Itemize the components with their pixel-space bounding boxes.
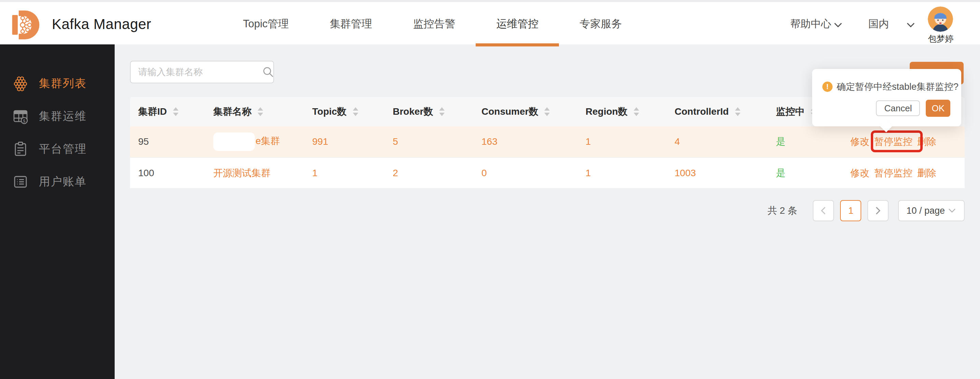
tab-expert-service[interactable]: 专家服务 bbox=[559, 2, 642, 46]
page-number-button[interactable]: 1 bbox=[840, 200, 861, 221]
edit-link[interactable]: 修改 bbox=[850, 167, 869, 180]
help-center-label: 帮助中心 bbox=[790, 18, 831, 29]
chevron-down-icon bbox=[834, 22, 842, 27]
pagination: 共 2 条 1 10 / page bbox=[767, 200, 965, 221]
pause-monitoring-link[interactable]: 暂停监控 bbox=[874, 136, 912, 147]
sidebar-item-cluster-ops[interactable]: $ 集群运维 bbox=[0, 100, 115, 132]
cluster-name-link[interactable]: 开源测试集群 bbox=[213, 168, 270, 178]
cell-cluster-name: e集群 bbox=[205, 126, 304, 158]
edit-link[interactable]: 修改 bbox=[850, 135, 869, 148]
total-count: 共 2 条 bbox=[767, 204, 797, 217]
cluster-name-link[interactable]: e集群 bbox=[256, 135, 280, 146]
col-header-brokers: Broker数 bbox=[393, 105, 433, 118]
table-row: 100 开源测试集群 1 2 0 1 1003 是 修改 暂停监控 删除 bbox=[130, 158, 965, 188]
tab-topic-manage[interactable]: Topic管理 bbox=[223, 2, 309, 46]
redaction-blob bbox=[213, 132, 255, 151]
table-coin-icon: $ bbox=[12, 108, 29, 124]
topics-count-link[interactable]: 991 bbox=[312, 136, 328, 147]
top-header: Kafka Manager Topic管理 集群管理 监控告警 运维管控 专家服… bbox=[0, 0, 980, 45]
sidebar-item-platform-manage[interactable]: 平台管理 bbox=[0, 132, 115, 165]
cell-operations: 修改 暂停监控 删除 bbox=[833, 126, 965, 158]
top-navigation: Topic管理 集群管理 监控告警 运维管控 专家服务 bbox=[223, 2, 642, 46]
main-content: 集群ID 集群名称 Topic数 Broker数 Consumer数 Regio… bbox=[115, 45, 980, 379]
sidebar-item-cluster-list[interactable]: 集群列表 bbox=[0, 67, 115, 100]
pause-monitoring-link[interactable]: 暂停监控 bbox=[874, 167, 912, 180]
col-header-monitoring: 监控中 bbox=[776, 105, 805, 118]
sort-carets-icon[interactable] bbox=[258, 107, 263, 116]
sort-carets-icon[interactable] bbox=[173, 107, 178, 116]
col-header-controller-id: ControllerId bbox=[675, 106, 729, 117]
controller-id-link[interactable]: 1003 bbox=[675, 168, 696, 178]
prev-page-button[interactable] bbox=[813, 200, 834, 221]
app-logo-icon[interactable] bbox=[10, 8, 42, 41]
cell-cluster-id: 100 bbox=[130, 158, 205, 188]
cell-topics: 1 bbox=[304, 158, 386, 188]
page-size-value: 10 / page bbox=[906, 205, 945, 216]
col-header-cluster-id: 集群ID bbox=[138, 105, 167, 118]
consumers-count-link[interactable]: 0 bbox=[482, 168, 487, 178]
cancel-button[interactable]: Cancel bbox=[876, 100, 920, 116]
sidebar: 集群列表 $ 集群运维 bbox=[0, 45, 115, 379]
sort-carets-icon[interactable] bbox=[353, 107, 358, 116]
tab-monitor-alert[interactable]: 监控告警 bbox=[392, 2, 476, 46]
col-header-topics: Topic数 bbox=[312, 105, 347, 118]
clipboard-icon bbox=[12, 141, 29, 157]
user-profile[interactable]: 包梦婷 bbox=[928, 6, 954, 45]
sidebar-item-label: 集群列表 bbox=[39, 76, 87, 91]
col-header-regions: Region数 bbox=[585, 105, 627, 118]
app-title: Kafka Manager bbox=[52, 2, 151, 46]
regions-count-link[interactable]: 1 bbox=[585, 168, 591, 178]
table-row: 95 e集群 991 5 163 1 4 是 修改 暂停监控 删除 bbox=[130, 126, 965, 158]
tab-ops-control[interactable]: 运维管控 bbox=[476, 2, 559, 46]
regions-count-link[interactable]: 1 bbox=[585, 136, 591, 147]
cell-controller-id: 1003 bbox=[665, 158, 768, 188]
brokers-count-link[interactable]: 5 bbox=[393, 136, 398, 147]
region-dropdown[interactable]: 国内 bbox=[869, 2, 915, 46]
confirm-popover: ! 确定暂停中经stable集群监控? Cancel OK bbox=[812, 69, 961, 126]
cluster-search bbox=[130, 61, 274, 83]
cell-monitoring-status: 是 bbox=[768, 126, 833, 158]
delete-link[interactable]: 删除 bbox=[917, 167, 936, 180]
sort-carets-icon[interactable] bbox=[634, 107, 639, 116]
page-size-select[interactable]: 10 / page bbox=[898, 200, 965, 221]
cell-consumers: 0 bbox=[474, 158, 577, 188]
cell-regions: 1 bbox=[577, 158, 665, 188]
sort-carets-icon[interactable] bbox=[439, 107, 445, 116]
delete-link[interactable]: 删除 bbox=[917, 135, 936, 148]
user-name: 包梦婷 bbox=[928, 33, 954, 45]
chevron-down-icon bbox=[907, 22, 915, 27]
brokers-count-link[interactable]: 2 bbox=[393, 168, 398, 178]
cell-consumers: 163 bbox=[474, 126, 577, 158]
cell-operations: 修改 暂停监控 删除 bbox=[833, 158, 965, 188]
honeycomb-icon bbox=[12, 75, 29, 91]
svg-text:$: $ bbox=[23, 118, 25, 123]
search-icon[interactable] bbox=[262, 66, 274, 78]
consumers-count-link[interactable]: 163 bbox=[482, 136, 498, 147]
sort-carets-icon[interactable] bbox=[735, 107, 740, 116]
col-header-consumers: Consumer数 bbox=[482, 105, 538, 118]
cell-monitoring-status: 是 bbox=[768, 158, 833, 188]
cell-brokers: 2 bbox=[386, 158, 474, 188]
topics-count-link[interactable]: 1 bbox=[312, 168, 318, 178]
next-page-button[interactable] bbox=[867, 200, 889, 221]
kafka-manager-app: Kafka Manager Topic管理 集群管理 监控告警 运维管控 专家服… bbox=[0, 0, 980, 379]
cell-regions: 1 bbox=[577, 126, 665, 158]
cell-controller-id: 4 bbox=[665, 126, 768, 158]
search-input[interactable] bbox=[131, 67, 262, 78]
controller-id-link[interactable]: 4 bbox=[675, 136, 680, 147]
tab-cluster-manage[interactable]: 集群管理 bbox=[309, 2, 392, 46]
list-icon bbox=[12, 174, 29, 190]
cell-cluster-id: 95 bbox=[130, 126, 205, 158]
ok-button[interactable]: OK bbox=[926, 100, 950, 117]
popover-message: 确定暂停中经stable集群监控? bbox=[837, 81, 958, 93]
sidebar-item-label: 用户账单 bbox=[39, 174, 87, 190]
avatar bbox=[928, 6, 953, 32]
sort-carets-icon[interactable] bbox=[544, 107, 550, 116]
warning-icon: ! bbox=[822, 81, 833, 92]
sidebar-item-label: 集群运维 bbox=[39, 108, 87, 124]
cell-brokers: 5 bbox=[386, 126, 474, 158]
chevron-down-icon bbox=[948, 208, 956, 213]
col-header-cluster-name: 集群名称 bbox=[213, 105, 251, 118]
sidebar-item-user-billing[interactable]: 用户账单 bbox=[0, 165, 115, 198]
help-center-dropdown[interactable]: 帮助中心 bbox=[790, 2, 842, 46]
